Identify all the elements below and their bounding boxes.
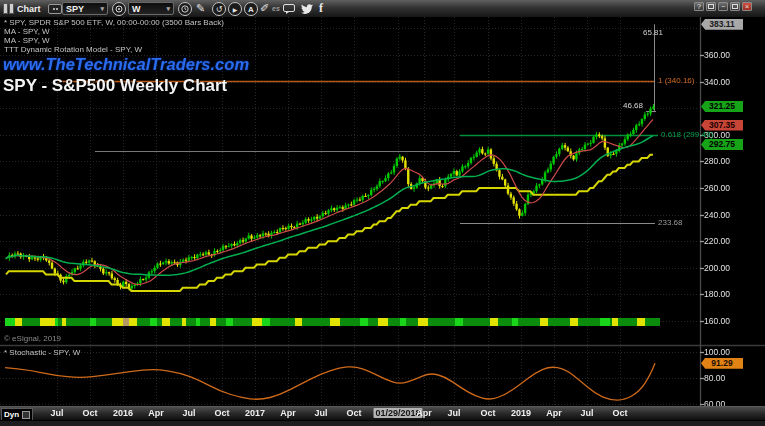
- time-tick-label: Apr: [416, 408, 432, 418]
- close-button[interactable]: ×: [742, 2, 752, 11]
- eraser-icon[interactable]: ✐: [260, 2, 269, 15]
- chevron-down-icon[interactable]: ▾: [100, 5, 104, 13]
- time-axis[interactable]: Dyn JulOct2016AprJulOct2017AprJulOct01/2…: [0, 406, 765, 420]
- symbol-input[interactable]: SPY ▾: [62, 2, 108, 15]
- interval-value: W: [132, 4, 141, 14]
- legend-ma1-line: MA - SPY, W: [4, 27, 50, 36]
- page-title: SPY - S&P500 Weekly Chart: [3, 76, 227, 96]
- facebook-icon[interactable]: f: [319, 2, 323, 15]
- clock-icon: [181, 5, 189, 13]
- annotate-icon[interactable]: A: [244, 2, 258, 16]
- restore-button[interactable]: [706, 2, 716, 11]
- target-icon: [115, 5, 123, 13]
- time-tick-label: Oct: [612, 408, 627, 418]
- help-button[interactable]: ?: [694, 2, 704, 11]
- time-tick-label: 2016: [113, 408, 133, 418]
- pencil-icon[interactable]: ✎: [196, 2, 205, 15]
- play-icon[interactable]: ▶: [228, 2, 242, 16]
- chart-panel-icon[interactable]: [3, 2, 14, 15]
- interval-input[interactable]: W ▾: [128, 2, 174, 15]
- restore-icon: [708, 4, 714, 9]
- time-tick-label: Jul: [447, 408, 460, 418]
- chart-icon: [3, 3, 14, 14]
- toolbar: Chart SPY ▾ W ▾ ✎ ↺ ▶ A ✐ es: [0, 0, 765, 18]
- chat-icon: [283, 4, 295, 14]
- esignal-logo: es: [272, 2, 280, 15]
- legend-model-line: TTT Dynamic Rotation Model - SPY, W: [4, 45, 142, 54]
- legend-ma2-line: MA - SPY, W: [4, 36, 50, 45]
- lock-icon: [22, 411, 30, 419]
- chat-button[interactable]: [283, 2, 295, 15]
- time-tick-label: 2017: [245, 408, 265, 418]
- legend-symbol-line: * SPY, SPDR S&P 500 ETF, W, 00:00-00:00 …: [4, 18, 224, 27]
- maximize-icon: [732, 4, 738, 9]
- time-tick-label: 2019: [511, 408, 531, 418]
- chart-link-badge-icon[interactable]: [48, 2, 62, 15]
- symbol-search-icon[interactable]: [112, 2, 126, 16]
- time-tick-label: Apr: [280, 408, 296, 418]
- link-badge-icon: [48, 4, 62, 14]
- chart-window: Chart SPY ▾ W ▾ ✎ ↺ ▶ A ✐ es: [0, 0, 765, 426]
- undo-icon[interactable]: ↺: [212, 2, 226, 16]
- watermark-url: www.TheTechnicalTraders.com: [3, 55, 249, 74]
- copyright-label: © eSignal, 2019: [4, 334, 61, 343]
- time-tick-label: Oct: [346, 408, 361, 418]
- app-title: Chart: [17, 4, 41, 14]
- chevron-down-icon[interactable]: ▾: [166, 5, 170, 13]
- time-tick-label: Oct: [82, 408, 97, 418]
- symbol-value: SPY: [66, 4, 84, 14]
- maximize-button[interactable]: [730, 2, 740, 11]
- time-tick-label: Apr: [148, 408, 164, 418]
- time-tick-label: Oct: [480, 408, 495, 418]
- time-settings-button[interactable]: [178, 2, 192, 16]
- time-tick-label: Jul: [182, 408, 195, 418]
- twitter-icon: [301, 4, 313, 14]
- time-tick-label: 01/29/2018: [373, 408, 422, 418]
- twitter-button[interactable]: [301, 2, 313, 15]
- time-tick-label: Oct: [214, 408, 229, 418]
- stochastic-panel-label: * Stochastic - SPY, W: [4, 348, 80, 357]
- time-tick-label: Jul: [580, 408, 593, 418]
- dyn-label: Dyn: [4, 410, 19, 419]
- time-tick-label: Jul: [314, 408, 327, 418]
- minimize-button[interactable]: −: [718, 2, 728, 11]
- time-tick-label: Jul: [50, 408, 63, 418]
- time-tick-label: Apr: [546, 408, 562, 418]
- horizontal-scrollbar[interactable]: [0, 420, 765, 426]
